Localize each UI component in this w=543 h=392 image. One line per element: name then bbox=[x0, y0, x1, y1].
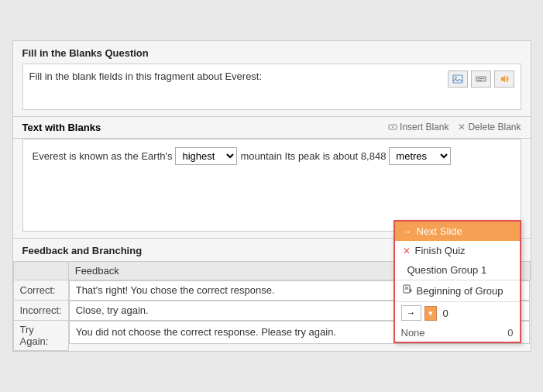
svg-marker-12 bbox=[410, 288, 412, 293]
question-area: Fill in the blank fields in this fragmen… bbox=[22, 64, 521, 110]
incorrect-label: Incorrect: bbox=[13, 301, 68, 321]
branch-arrow-button[interactable]: → bbox=[401, 305, 421, 321]
text-icon-button[interactable] bbox=[471, 70, 491, 88]
dropdown-item-finish-quiz[interactable]: ✕ Finish Quiz bbox=[395, 241, 520, 260]
blank-dropdown-1[interactable]: highest tallest biggest bbox=[175, 147, 237, 165]
finish-quiz-label: Finish Quiz bbox=[415, 245, 466, 256]
page-title: Fill in the Blanks Question bbox=[13, 41, 531, 64]
branch-dropdown-button[interactable]: ▾ bbox=[424, 306, 437, 321]
next-slide-label: Next Slide bbox=[417, 225, 462, 237]
branch-count: 0 bbox=[440, 308, 452, 319]
none-row: None 0 bbox=[395, 324, 520, 342]
sentence-part-2: mountain Its peak is about 8,848 bbox=[240, 150, 386, 162]
insert-blank-button[interactable]: Insert Blank bbox=[388, 122, 448, 132]
dropdown-item-next-slide[interactable]: → Next Slide bbox=[395, 222, 520, 241]
blank-dropdown-2[interactable]: metres feet km bbox=[389, 147, 451, 165]
col-header-label bbox=[13, 261, 68, 280]
branch-row: → ▾ 0 bbox=[395, 301, 520, 324]
correct-label: Correct: bbox=[13, 280, 68, 301]
x-icon: ✕ bbox=[403, 246, 411, 256]
image-icon-button[interactable] bbox=[448, 70, 468, 88]
audio-icon-button[interactable] bbox=[494, 70, 514, 88]
question-icons bbox=[448, 70, 514, 88]
beginning-of-group-label: Beginning of Group bbox=[417, 285, 503, 297]
branching-dropdown-popup: → Next Slide ✕ Finish Quiz Question Grou… bbox=[394, 220, 521, 343]
svg-marker-5 bbox=[501, 76, 505, 82]
svg-point-1 bbox=[455, 77, 456, 78]
arrow-right-icon: → bbox=[403, 226, 412, 237]
delete-x-icon: ✕ bbox=[458, 122, 466, 132]
tryagain-label: Try Again: bbox=[13, 321, 68, 351]
svg-rect-0 bbox=[453, 75, 462, 83]
dropdown-item-question-group[interactable]: Question Group 1 bbox=[395, 260, 520, 280]
text-blanks-title: Text with Blanks bbox=[22, 122, 101, 133]
question-group-label: Question Group 1 bbox=[407, 264, 487, 276]
text-blanks-header: Text with Blanks Insert Blank ✕ Delete B… bbox=[13, 116, 531, 139]
none-count: 0 bbox=[507, 327, 513, 339]
dropdown-item-beginning-of-group[interactable]: Beginning of Group bbox=[395, 280, 520, 301]
sentence-part-1: Everest is known as the Earth's bbox=[33, 150, 173, 162]
none-label: None bbox=[401, 327, 425, 339]
question-text: Fill in the blank fields in this fragmen… bbox=[29, 70, 442, 82]
delete-blank-button[interactable]: ✕ Delete Blank bbox=[458, 122, 521, 132]
page-icon bbox=[403, 284, 412, 297]
insert-blank-label: Insert Blank bbox=[400, 122, 448, 132]
delete-blank-label: Delete Blank bbox=[468, 122, 521, 132]
text-blanks-actions: Insert Blank ✕ Delete Blank bbox=[388, 122, 521, 132]
blanks-sentence: Everest is known as the Earth's highest … bbox=[33, 147, 511, 165]
text-blanks-body: Everest is known as the Earth's highest … bbox=[22, 139, 521, 232]
